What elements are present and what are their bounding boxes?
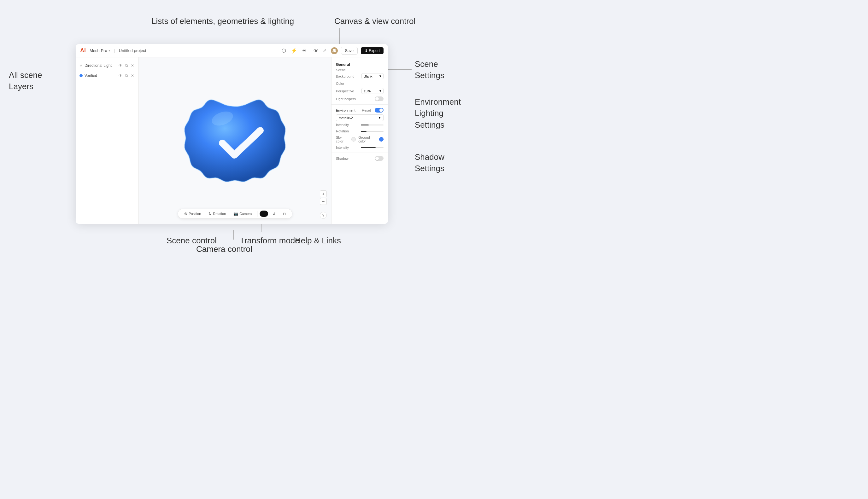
intensity-slider-1[interactable] (361, 124, 384, 125)
eye-toggle-icon[interactable]: 👁 (118, 63, 123, 68)
annotation-scene-settings: SceneSettings (415, 58, 444, 81)
toggle-thumb (375, 97, 379, 100)
layer-name-verified: Verified (85, 73, 117, 78)
chevron-down-icon: ▾ (379, 74, 381, 78)
rotation-icon: ↻ (208, 211, 212, 216)
connector-transform (261, 223, 262, 232)
plus-icon: + (263, 212, 265, 216)
layer-item-directional-light[interactable]: ☀ Directional Light 👁 ⧉ ✕ (76, 61, 138, 71)
env-toggle-thumb (379, 108, 383, 112)
intensity-row-2: Intensity (331, 144, 388, 151)
rotation-button[interactable]: ↻ Rotation (205, 210, 229, 217)
annotation-all-layers: All sceneLayers (9, 69, 42, 92)
perspective-label: Perspective (336, 89, 360, 93)
expand-icon[interactable]: ⤢ (322, 48, 328, 53)
light-helpers-row: Light helpers (331, 95, 388, 102)
rotation-label: Rotation (336, 129, 359, 133)
reset-transform-button[interactable]: ↺ (269, 210, 278, 217)
canvas-area[interactable]: ⊕ Position ↻ Rotation 📷 Camera + ↺ (139, 57, 331, 224)
bottom-toolbar: ⊕ Position ↻ Rotation 📷 Camera + ↺ (178, 209, 292, 219)
sky-color-label: Sky color (336, 136, 349, 143)
background-row: Background Blank ▾ (331, 72, 388, 81)
add-transform-button[interactable]: + (260, 210, 268, 217)
position-icon: ⊕ (184, 211, 188, 216)
sun-settings-icon[interactable]: ☀ (301, 48, 307, 53)
intensity-row-1: Intensity (331, 122, 388, 128)
user-avatar[interactable]: JE (331, 47, 338, 54)
annotation-canvas-view: Canvas & view control (334, 16, 415, 26)
ground-color-picker[interactable] (379, 137, 384, 142)
background-label: Background (336, 74, 360, 78)
export-button[interactable]: ⬇ Export (361, 47, 384, 54)
intensity-slider-2[interactable] (361, 147, 384, 148)
ground-color-label: Ground color (358, 136, 377, 143)
annotation-help-links: Help & Links (295, 236, 341, 246)
annotation-lists-elements: Lists of elements, geometries & lighting (152, 16, 294, 26)
perspective-select[interactable]: 15% ▾ (361, 88, 384, 94)
zoom-out-button[interactable]: − (320, 198, 327, 205)
sun-icon: ☀ (80, 64, 83, 68)
sky-ground-row: Sky color Ground color (331, 134, 388, 144)
save-button[interactable]: Save (341, 47, 358, 54)
layer-item-verified[interactable]: Verified 👁 ⧉ ✕ (76, 71, 138, 81)
titlebar: Ai Mesh Pro ▾ | Untitled project ⬡ ⚡ ☀ 👁… (76, 44, 388, 57)
copy-icon[interactable]: ⧉ (124, 63, 129, 68)
background-select[interactable]: Blank ▾ (361, 73, 384, 79)
connector-shadow (388, 162, 412, 162)
color-row: Color (331, 81, 388, 87)
titlebar-separator: | (114, 49, 115, 53)
env-preset-select[interactable]: metalic-2 ▾ (336, 114, 384, 121)
layers-panel: ☀ Directional Light 👁 ⧉ ✕ Verified 👁 ⧉ ✕ (76, 57, 139, 224)
close-icon[interactable]: ✕ (130, 63, 135, 68)
annotation-transform-mode: Transform mode (240, 236, 300, 246)
connector-camera-ctrl (233, 230, 234, 240)
connector-help (317, 223, 317, 232)
shadow-toggle[interactable] (375, 156, 384, 161)
general-title: General (331, 61, 388, 68)
intensity-label-1: Intensity (336, 123, 359, 127)
close-verified-icon[interactable]: ✕ (130, 73, 135, 78)
eye-toggle-verified-icon[interactable]: 👁 (118, 73, 123, 78)
geometry-icon[interactable]: ⬡ (281, 48, 287, 53)
intensity-fill-1 (361, 124, 369, 125)
reset-button[interactable]: Reset (362, 108, 371, 112)
shadow-label: Shadow (336, 157, 373, 160)
crop-button[interactable]: ⊡ (280, 210, 289, 217)
chevron-down-icon-3: ▾ (379, 116, 381, 120)
rotation-slider[interactable] (361, 131, 384, 132)
zoom-in-button[interactable]: + (320, 191, 327, 197)
position-button[interactable]: ⊕ Position (181, 210, 204, 217)
copy-verified-icon[interactable]: ⧉ (124, 73, 129, 78)
titlebar-right: 👁 ⤢ JE Save ⬇ Export (311, 47, 384, 54)
crop-icon: ⊡ (283, 212, 286, 216)
shadow-toggle-thumb (375, 157, 379, 160)
light-helpers-toggle[interactable] (375, 96, 384, 101)
toolbar-separator-1 (257, 211, 257, 217)
titlebar-center-icons: ⬡ ⚡ ☀ (281, 48, 307, 53)
badge-svg (184, 90, 286, 191)
app-window: Ai Mesh Pro ▾ | Untitled project ⬡ ⚡ ☀ 👁… (76, 44, 388, 224)
scene-label: Scene (331, 68, 388, 72)
shadow-row: Shadow (331, 155, 388, 162)
connector-scene (388, 69, 412, 70)
rotation-row: Rotation (331, 128, 388, 134)
environment-toggle[interactable] (375, 108, 384, 112)
divider-1 (331, 104, 388, 105)
app-brand[interactable]: Mesh Pro ▾ (89, 48, 110, 53)
layer-name-directional-light: Directional Light (85, 63, 117, 68)
eye-icon[interactable]: 👁 (313, 48, 319, 53)
annotation-shadow-settings: ShadowSettings (415, 151, 444, 174)
right-panel: General Scene Background Blank ▾ Color P… (331, 57, 388, 224)
project-name[interactable]: Untitled project (119, 48, 146, 53)
annotation-env-settings: EnvironmentLightingSettings (415, 96, 461, 131)
camera-button[interactable]: 📷 Camera (230, 210, 255, 217)
environment-label: Environment (336, 108, 360, 112)
connector-canvas (339, 28, 340, 44)
lightning-icon[interactable]: ⚡ (291, 48, 297, 53)
environment-row: Environment Reset (331, 107, 388, 114)
intensity-label-2: Intensity (336, 146, 359, 149)
reset-icon: ↺ (273, 212, 275, 216)
layer-actions-directional-light: 👁 ⧉ ✕ (118, 63, 135, 68)
sky-color-picker[interactable] (351, 137, 356, 142)
help-button[interactable]: ? (320, 212, 327, 219)
